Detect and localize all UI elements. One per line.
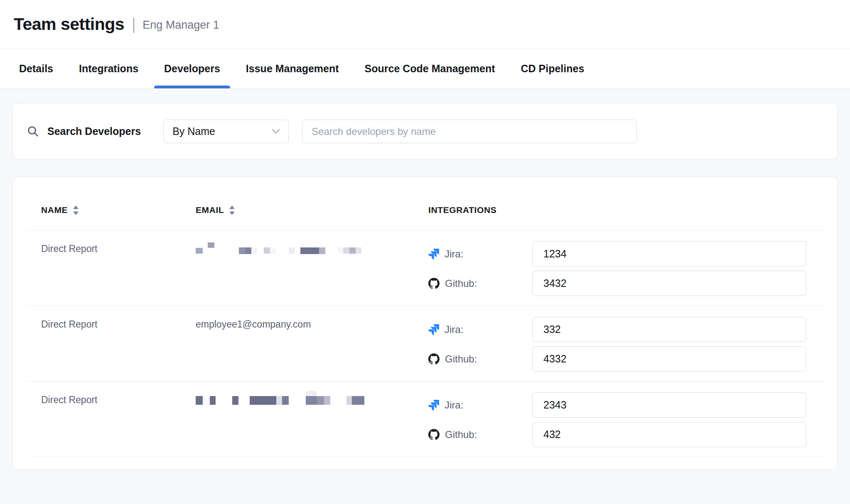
page-header: Team settings Eng Manager 1 xyxy=(0,0,850,49)
github-integration-row: Github: xyxy=(428,422,806,447)
search-filter-select[interactable]: By Name xyxy=(163,120,289,143)
page-title: Team settings xyxy=(14,15,124,34)
jira-id-input[interactable] xyxy=(532,392,806,418)
jira-integration-row: Jira: xyxy=(428,392,806,418)
jira-id-input[interactable] xyxy=(532,241,806,267)
column-label: NAME xyxy=(41,205,68,215)
jira-integration-row: Jira: xyxy=(428,241,806,267)
github-icon xyxy=(428,353,440,365)
column-header-email: EMAIL xyxy=(196,205,428,215)
title-separator xyxy=(133,18,134,33)
tab-issue-management[interactable]: Issue Management xyxy=(236,49,349,88)
tab-label: Developers xyxy=(164,63,220,75)
developer-row: Direct Report employee1@company.com xyxy=(27,306,825,382)
jira-icon xyxy=(428,249,439,259)
chevron-down-icon xyxy=(272,129,280,134)
redacted-email-blocks xyxy=(196,242,428,257)
tab-source-code-management[interactable]: Source Code Management xyxy=(355,49,505,88)
github-label: Github: xyxy=(428,278,532,289)
tab-integrations[interactable]: Integrations xyxy=(69,49,148,88)
github-id-input[interactable] xyxy=(532,422,806,447)
sort-icon[interactable] xyxy=(229,206,235,215)
search-developers-input[interactable] xyxy=(302,120,637,143)
developer-row: Direct Report xyxy=(27,382,825,457)
github-id-input[interactable] xyxy=(532,271,806,296)
team-name-subtitle: Eng Manager 1 xyxy=(142,19,219,32)
jira-label: Jira: xyxy=(428,324,532,335)
active-tab-indicator xyxy=(154,86,230,88)
github-icon xyxy=(428,429,440,440)
github-label: Github: xyxy=(428,353,532,365)
jira-label-text: Jira: xyxy=(445,399,463,411)
developer-email-redacted xyxy=(196,392,428,447)
tab-label: Issue Management xyxy=(246,63,339,75)
column-label: INTEGRATIONS xyxy=(428,205,496,215)
developer-name: Direct Report xyxy=(41,241,196,296)
column-header-name: NAME xyxy=(41,205,196,215)
column-label: EMAIL xyxy=(196,205,224,215)
developer-email: employee1@company.com xyxy=(196,317,428,372)
github-label-text: Github: xyxy=(445,353,477,365)
filter-selected-value: By Name xyxy=(172,125,215,137)
github-integration-row: Github: xyxy=(428,346,806,372)
table-header-row: NAME EMAIL xyxy=(27,177,825,230)
tab-label: CD Pipelines xyxy=(521,63,585,75)
developer-email-redacted xyxy=(196,241,428,296)
github-id-input[interactable] xyxy=(532,346,806,372)
tab-label: Integrations xyxy=(79,63,138,75)
developer-row: Direct Report xyxy=(27,230,825,306)
tab-details[interactable]: Details xyxy=(9,49,63,88)
tab-cd-pipelines[interactable]: CD Pipelines xyxy=(511,49,595,88)
integrations-cell: Jira: Github: xyxy=(428,392,806,447)
jira-id-input[interactable] xyxy=(532,317,806,342)
github-label: Github: xyxy=(428,429,532,440)
jira-label-text: Jira: xyxy=(445,324,463,335)
jira-label: Jira: xyxy=(428,248,532,260)
github-integration-row: Github: xyxy=(428,271,806,296)
developer-name: Direct Report xyxy=(41,317,196,372)
redacted-email-blocks xyxy=(196,394,428,409)
integrations-cell: Jira: Github: xyxy=(428,241,806,296)
jira-label-text: Jira: xyxy=(445,248,463,260)
github-label-text: Github: xyxy=(445,429,477,440)
tab-label: Details xyxy=(19,63,53,75)
jira-integration-row: Jira: xyxy=(428,317,806,342)
developers-tab-content: Search Developers By Name NAME xyxy=(0,88,850,470)
search-developers-label: Search Developers xyxy=(47,125,141,137)
tab-label: Source Code Management xyxy=(365,63,495,75)
jira-icon xyxy=(428,400,439,411)
column-header-integrations: INTEGRATIONS xyxy=(428,205,806,215)
search-icon xyxy=(27,125,39,137)
github-icon xyxy=(428,278,440,289)
developer-name: Direct Report xyxy=(41,392,196,447)
settings-tabbar: Details Integrations Developers Issue Ma… xyxy=(0,49,850,88)
tab-developers[interactable]: Developers xyxy=(154,49,230,88)
integrations-cell: Jira: Github: xyxy=(428,317,806,372)
developers-table-card: NAME EMAIL xyxy=(12,176,838,470)
github-label-text: Github: xyxy=(445,278,477,289)
sort-icon[interactable] xyxy=(73,206,79,215)
jira-label: Jira: xyxy=(428,399,532,411)
search-developers-card: Search Developers By Name xyxy=(12,103,838,160)
jira-icon xyxy=(428,324,439,335)
